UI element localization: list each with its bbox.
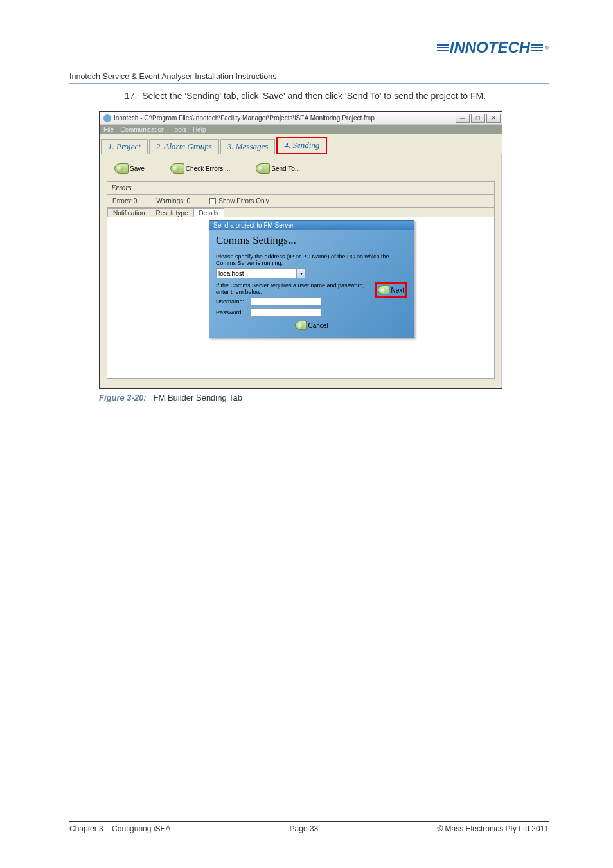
brand-logo-text: INNOTECH <box>450 39 530 57</box>
header-divider <box>69 83 549 84</box>
subtab-details[interactable]: Details <box>193 208 225 217</box>
password-input[interactable] <box>251 308 321 317</box>
page-footer: Chapter 3 – Configuring iSEA Page 33 © M… <box>69 821 549 833</box>
window-titlebar: Innotech - C:\Program Files\Innotech\Fac… <box>100 112 502 125</box>
errors-content-area: Send a project to FM Server Comms Settin… <box>107 217 494 378</box>
send-wizard-dialog: Send a project to FM Server Comms Settin… <box>209 220 414 338</box>
save-button[interactable]: Save <box>114 163 145 174</box>
subtab-result-type[interactable]: Result type <box>150 208 193 217</box>
warnings-label: Warnings: <box>156 197 185 204</box>
tab-alarm-groups[interactable]: 2. Alarm Groups <box>149 139 219 154</box>
errors-count: 0 <box>134 197 138 204</box>
next-button-highlight: Next <box>375 282 407 298</box>
close-button[interactable]: ✕ <box>486 114 501 123</box>
cancel-button-label: Cancel <box>308 322 328 329</box>
server-address-combo[interactable]: localhost ▾ <box>216 268 306 278</box>
save-button-label: Save <box>130 165 145 172</box>
menu-tools[interactable]: Tools <box>172 126 186 133</box>
errors-panel: Errors Errors: 0 Warnings: 0 Show Errors… <box>107 181 495 379</box>
tab-messages[interactable]: 3. Messages <box>220 139 276 154</box>
subtab-notification[interactable]: Notification <box>107 208 150 217</box>
wizard-heading: Comms Settings... <box>216 234 407 247</box>
document-header-title: Innotech Service & Event Analyser Instal… <box>69 72 549 81</box>
app-icon <box>103 114 111 122</box>
tab-project[interactable]: 1. Project <box>101 139 148 154</box>
menu-bar: File Communication Tools Help <box>100 125 502 134</box>
check-errors-button[interactable]: Check Errors ... <box>170 163 230 174</box>
menu-communication[interactable]: Communication <box>120 126 164 133</box>
brand-logo: INNOTECH ® <box>436 39 549 57</box>
step-number: 17. <box>125 91 137 101</box>
main-tab-row: 1. Project 2. Alarm Groups 3. Messages 4… <box>100 134 502 154</box>
wizard-desc-1: Please specify the address (IP or PC Nam… <box>216 253 407 266</box>
screenshot-window: Innotech - C:\Program Files\Innotech\Fac… <box>99 111 502 389</box>
next-button[interactable]: Next <box>378 285 404 294</box>
errors-panel-title: Errors <box>107 182 494 195</box>
footer-center: Page 33 <box>290 824 319 833</box>
username-input[interactable] <box>251 297 321 306</box>
step-text: Select the 'Sending' tab, click 'Save' a… <box>142 91 486 101</box>
show-errors-only-label: how Errors Only <box>223 197 269 204</box>
server-address-value: localhost <box>218 270 244 277</box>
menu-file[interactable]: File <box>103 126 114 133</box>
send-to-button[interactable]: Send To... <box>256 163 300 174</box>
tab-sending[interactable]: 4. Sending <box>276 137 327 154</box>
password-label: Password: <box>216 309 248 316</box>
next-button-label: Next <box>391 287 404 294</box>
warnings-count: 0 <box>187 197 191 204</box>
check-errors-label: Check Errors ... <box>186 165 230 172</box>
instruction-step: 17. Select the 'Sending' tab, click 'Sav… <box>125 91 549 101</box>
window-title: Innotech - C:\Program Files\Innotech\Fac… <box>114 114 456 122</box>
registered-mark: ® <box>545 45 549 51</box>
username-label: Username: <box>216 298 248 305</box>
maximize-button[interactable]: ▢ <box>471 114 485 123</box>
wizard-desc-2: If the Comms Server requires a user name… <box>216 282 375 295</box>
send-to-label: Send To... <box>271 165 300 172</box>
errors-label: Errors: <box>112 197 132 204</box>
cancel-button[interactable]: Cancel <box>295 321 328 330</box>
footer-left: Chapter 3 – Configuring iSEA <box>69 824 170 833</box>
menu-help[interactable]: Help <box>193 126 206 133</box>
figure-caption: Figure 3-20: FM Builder Sending Tab <box>99 393 549 402</box>
show-errors-only-checkbox[interactable]: Show Errors Only <box>209 197 269 204</box>
footer-right: © Mass Electronics Pty Ltd 2011 <box>437 824 549 833</box>
figure-caption-text: FM Builder Sending Tab <box>154 393 243 402</box>
figure-label: Figure 3-20: <box>99 393 147 402</box>
minimize-button[interactable]: — <box>456 114 470 123</box>
wizard-title: Send a project to FM Server <box>209 221 414 230</box>
chevron-down-icon[interactable]: ▾ <box>296 269 305 278</box>
